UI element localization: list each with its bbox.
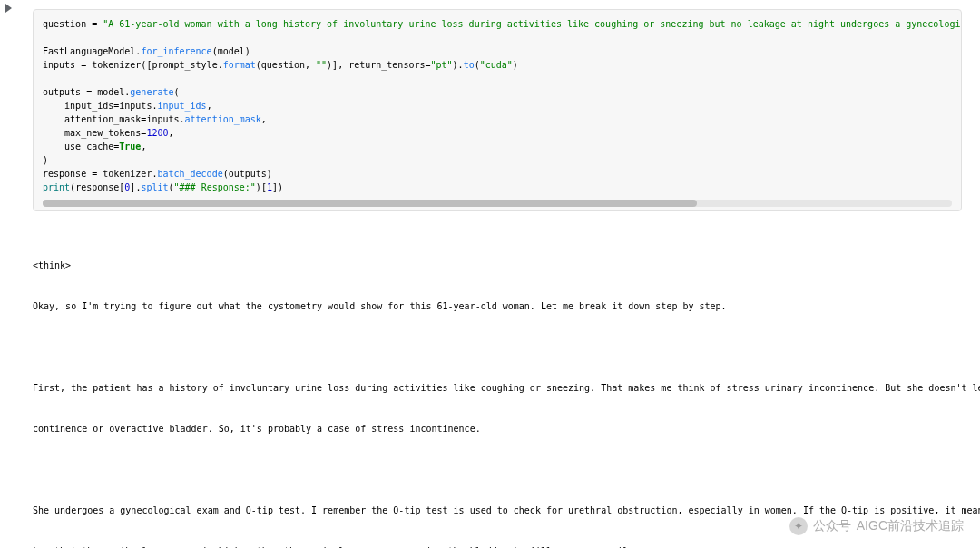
output-line: tes that the urethral pressure is higher…	[33, 544, 969, 548]
watermark-label: 公众号	[813, 518, 851, 534]
code-line: print(response[0].split("### Response:")…	[43, 181, 952, 194]
cell-gutter	[0, 0, 22, 548]
output-line: Okay, so I'm trying to figure out what t…	[33, 299, 969, 313]
output-line: She undergoes a gynecological exam and Q…	[33, 504, 969, 517]
code-cell-wrapper: question = "A 61-year-old woman with a l…	[22, 0, 980, 224]
code-line: response = tokenizer.batch_decode(output…	[43, 167, 952, 181]
code-line: FastLanguageModel.for_inference(model)	[43, 44, 952, 58]
output-line: continence or overactive bladder. So, it…	[33, 422, 969, 435]
code-line: input_ids=inputs.input_ids,	[43, 99, 952, 113]
code-line: question = "A 61-year-old woman with a l…	[43, 17, 952, 31]
code-line: )	[43, 153, 952, 167]
scrollbar-thumb[interactable]	[43, 200, 697, 207]
output-line: First, the patient has a history of invo…	[33, 381, 969, 395]
code-line: outputs = model.generate(	[43, 85, 952, 99]
code-line: attention_mask=inputs.attention_mask,	[43, 113, 952, 126]
watermark-text: AIGC前沿技术追踪	[857, 518, 964, 534]
code-line	[43, 31, 952, 44]
horizontal-scrollbar[interactable]	[43, 200, 952, 207]
wechat-icon: ✦	[789, 517, 808, 535]
watermark: ✦ 公众号 AIGC前沿技术追踪	[789, 517, 964, 535]
code-line: inputs = tokenizer([prompt_style.format(…	[43, 58, 952, 72]
code-editor[interactable]: question = "A 61-year-old woman with a l…	[33, 9, 962, 211]
run-cell-icon[interactable]	[5, 4, 12, 13]
cell-output: <think> Okay, so I'm trying to figure ou…	[22, 224, 980, 548]
output-line: <think>	[33, 259, 969, 272]
code-line: use_cache=True,	[43, 140, 952, 153]
code-line: max_new_tokens=1200,	[43, 126, 952, 140]
code-line	[43, 72, 952, 85]
